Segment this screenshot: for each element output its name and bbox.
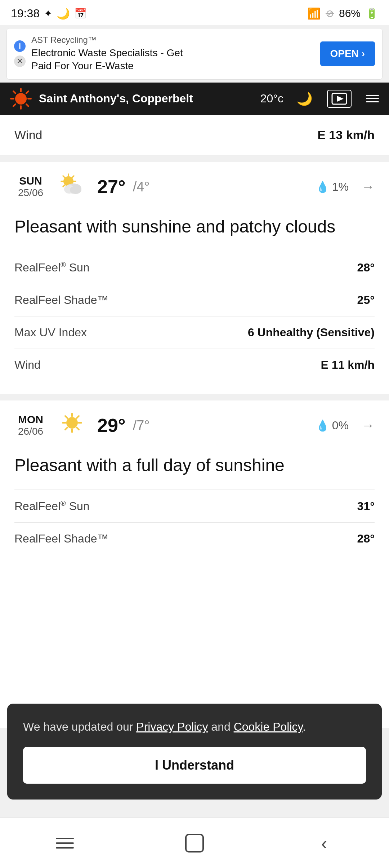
nav-back-button[interactable]: ‹ (310, 829, 339, 858)
realfeel-shade-value-mon: 28° (357, 532, 375, 545)
uv-label: Max UV Index (14, 326, 87, 339)
day-date-mon: MON 26/06 (14, 413, 47, 437)
detail-row-realfeel-sun-mon: RealFeel® Sun 31° (14, 490, 375, 523)
svg-point-22 (70, 186, 81, 194)
ad-open-button[interactable]: OPEN › (320, 41, 375, 66)
battery-level: 86% (339, 7, 361, 19)
partly-cloudy-icon (58, 173, 86, 201)
day-details-sun: RealFeel® Sun 28° RealFeel Shade™ 25° Ma… (14, 251, 375, 381)
realfeel-shade-label-mon: RealFeel Shade™ (14, 532, 108, 545)
privacy-text: We have updated our Privacy Policy and C… (23, 718, 366, 735)
svg-line-28 (65, 416, 67, 418)
arrow-mon[interactable]: → (362, 418, 375, 433)
svg-line-18 (72, 176, 74, 177)
svg-marker-10 (337, 96, 344, 102)
svg-line-8 (13, 104, 15, 106)
wind-value: E 13 km/h (317, 128, 375, 142)
ad-brand: AST Recycling™ (31, 35, 314, 45)
recent-apps-icon (56, 838, 74, 849)
ad-info-block: AST Recycling™ Electronic Waste Speciali… (31, 35, 314, 73)
day-low-temp-mon: /7° (133, 418, 150, 433)
day-date-sun: SUN 25/06 (14, 175, 47, 199)
app-header: Saint Anthony's, Copperbelt 20°c 🌙 (0, 83, 389, 115)
ad-info-icon[interactable]: i (14, 40, 26, 52)
battery-icon: 🔋 (366, 8, 378, 19)
signal-icon: ✦ (44, 8, 52, 19)
header-location: Saint Anthony's, Copperbelt (39, 92, 253, 105)
drop-icon-sun: 💧 (316, 181, 329, 193)
nav-home-button[interactable] (180, 829, 209, 858)
arrow-sun[interactable]: → (362, 179, 375, 194)
header-sun-icon (10, 88, 32, 110)
detail-row-realfeel-shade-mon: RealFeel Shade™ 28° (14, 523, 375, 555)
day-card-sun: SUN 25/06 27° (0, 162, 389, 394)
svg-point-0 (15, 93, 27, 105)
nav-recent-apps-button[interactable] (50, 829, 79, 858)
realfeel-sun-label-mon: RealFeel® Sun (14, 499, 90, 513)
status-bar: 19:38 ✦ 🌙 📅 📶 ⊘ 86% 🔋 (0, 0, 389, 25)
detail-row-wind-sun: Wind E 11 km/h (14, 349, 375, 381)
header-moon-icon: 🌙 (296, 91, 313, 106)
svg-line-6 (26, 104, 28, 106)
header-video-button[interactable] (327, 90, 352, 108)
ad-close-icon[interactable]: ✕ (14, 56, 26, 67)
understand-button[interactable]: I Understand (23, 747, 366, 784)
ad-title: Electronic Waste Specialists - Get Paid … (31, 46, 314, 73)
wind-strip: Wind E 13 km/h (0, 115, 389, 155)
wind-label: Wind (14, 128, 42, 142)
svg-point-23 (66, 417, 78, 429)
play-icon (331, 93, 347, 105)
detail-row-uv: Max UV Index 6 Unhealthy (Sensitive) (14, 316, 375, 349)
day-header-mon: MON 26/06 29° /7° 💧 (14, 400, 375, 447)
privacy-overlay: We have updated our Privacy Policy and C… (7, 704, 382, 800)
wifi-icon: 📶 (307, 7, 321, 20)
status-time: 19:38 ✦ 🌙 📅 (11, 7, 87, 20)
svg-line-29 (77, 428, 79, 430)
time-text: 19:38 (11, 7, 40, 20)
day-description-sun: Pleasant with sunshine and patchy clouds (14, 216, 375, 238)
day-high-temp-mon: 29° (97, 415, 126, 436)
detail-row-realfeel-sun: RealFeel® Sun 28° (14, 251, 375, 284)
moon-status-icon: 🌙 (57, 7, 70, 20)
nav-bar: ‹ (0, 818, 389, 868)
day-description-mon: Pleasant with a full day of sunshine (14, 454, 375, 477)
back-arrow-icon: ‹ (321, 833, 327, 854)
svg-line-7 (26, 91, 28, 93)
svg-line-19 (63, 185, 64, 187)
day-card-mon: MON 26/06 29° /7° 💧 (0, 400, 389, 728)
realfeel-shade-value: 25° (357, 293, 375, 307)
ad-banner: i ✕ AST Recycling™ Electronic Waste Spec… (6, 28, 383, 80)
day-precip-mon: 💧 0% (316, 419, 349, 432)
day-high-temp-sun: 27° (97, 176, 126, 198)
svg-line-30 (77, 416, 79, 418)
realfeel-sun-value-mon: 31° (357, 500, 375, 513)
detail-row-realfeel-shade: RealFeel Shade™ 25° (14, 284, 375, 316)
wind-sun-value: E 11 km/h (321, 358, 375, 372)
day-header-sun: SUN 25/06 27° (14, 162, 375, 208)
no-sim-icon: ⊘ (326, 8, 334, 19)
ad-icons: i ✕ (14, 40, 26, 67)
cookie-policy-link[interactable]: Cookie Policy (234, 720, 303, 733)
day-precip-sun: 💧 1% (316, 180, 349, 194)
home-icon (185, 834, 204, 852)
drop-icon-mon: 💧 (316, 419, 329, 432)
status-right: 📶 ⊘ 86% 🔋 (307, 7, 378, 20)
realfeel-sun-label: RealFeel® Sun (14, 261, 90, 274)
calendar-icon: 📅 (74, 8, 87, 19)
realfeel-sun-value: 28° (357, 261, 375, 274)
header-menu-button[interactable] (366, 95, 379, 102)
realfeel-shade-label: RealFeel Shade™ (14, 293, 108, 307)
sunny-icon (58, 411, 86, 440)
wind-sun-label: Wind (14, 358, 41, 372)
uv-value: 6 Unhealthy (Sensitive) (248, 326, 375, 339)
day-low-temp-sun: /4° (133, 179, 150, 195)
svg-line-31 (65, 428, 67, 430)
svg-line-5 (13, 91, 15, 93)
day-details-mon: RealFeel® Sun 31° RealFeel Shade™ 28° (14, 490, 375, 555)
header-temperature: 20°c (260, 92, 283, 105)
svg-line-16 (63, 176, 64, 177)
privacy-policy-link[interactable]: Privacy Policy (136, 720, 208, 733)
